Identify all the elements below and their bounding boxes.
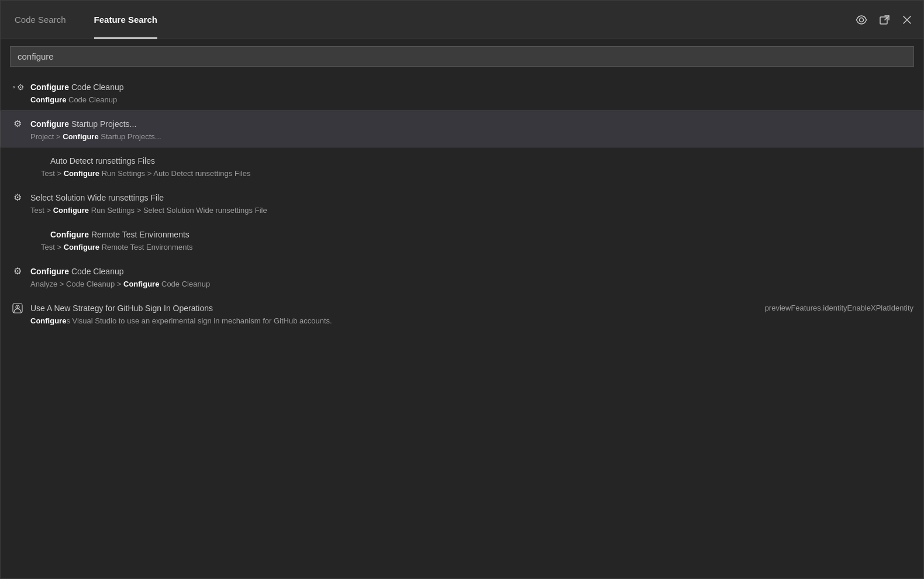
result-title-text: Select Solution Wide runsettings File (30, 192, 164, 204)
result-title-text: Configure Code Cleanup (30, 81, 124, 94)
result-right-label: previewFeatures.identityEnableXPlatIdent… (765, 302, 913, 314)
result-item[interactable]: ⚙ Configure Startup Projects... Project … (1, 111, 923, 147)
spacer-icon-2 (30, 154, 44, 168)
result-subtitle: Configures Visual Studio to use an exper… (11, 316, 913, 325)
result-item[interactable]: ⚙ Configure Code Cleanup Analyze > Code … (1, 258, 923, 295)
result-subtitle: Test > Configure Run Settings > Auto Det… (11, 169, 913, 178)
tab-feature-search[interactable]: Feature Search (80, 1, 171, 39)
result-item[interactable]: Configure Remote Test Environments Test … (1, 221, 923, 258)
tab-code-search[interactable]: Code Search (1, 1, 80, 39)
result-subtitle: Configure Code Cleanup (11, 95, 913, 104)
spacer-icon (11, 154, 25, 168)
svg-point-3 (17, 306, 18, 308)
main-window: Code Search Feature Search (0, 0, 924, 579)
result-subtitle: Test > Configure Run Settings > Select S… (11, 206, 913, 215)
svg-point-0 (860, 18, 864, 22)
spacer-icon (11, 228, 25, 242)
result-subtitle: Project > Configure Startup Projects... (11, 132, 913, 141)
tab-bar: Code Search Feature Search (1, 1, 923, 39)
gear-icon: ⚙ (11, 80, 25, 94)
gear-icon: ⚙ (11, 191, 25, 205)
result-title-text: Configure Remote Test Environments (50, 229, 189, 241)
results-list: ⚙ Configure Code Cleanup Configure Code … (1, 74, 923, 578)
popout-button[interactable] (877, 12, 893, 28)
github-icon (11, 301, 25, 315)
tab-actions (853, 1, 923, 39)
result-title-text: Use A New Strategy for GitHub Sign In Op… (30, 302, 213, 315)
result-item[interactable]: ⚙ Select Solution Wide runsettings File … (1, 184, 923, 221)
result-item[interactable]: ⚙ Configure Code Cleanup Configure Code … (1, 74, 923, 111)
search-area (1, 39, 923, 74)
result-subtitle: Analyze > Code Cleanup > Configure Code … (11, 280, 913, 288)
result-title-text: Configure Code Cleanup (30, 266, 124, 278)
result-item[interactable]: Auto Detect runsettings Files Test > Con… (1, 147, 923, 184)
gear-icon: ⚙ (11, 264, 25, 278)
result-title-text: Configure Startup Projects... (30, 118, 136, 130)
preview-button[interactable] (853, 12, 870, 28)
result-subtitle: Test > Configure Remote Test Environment… (11, 243, 913, 251)
gear-icon: ⚙ (11, 117, 25, 131)
search-input[interactable] (10, 46, 914, 67)
close-button[interactable] (900, 13, 914, 27)
result-item[interactable]: Use A New Strategy for GitHub Sign In Op… (1, 295, 923, 332)
result-title-text: Auto Detect runsettings Files (50, 155, 155, 167)
spacer-icon-2 (30, 228, 44, 242)
